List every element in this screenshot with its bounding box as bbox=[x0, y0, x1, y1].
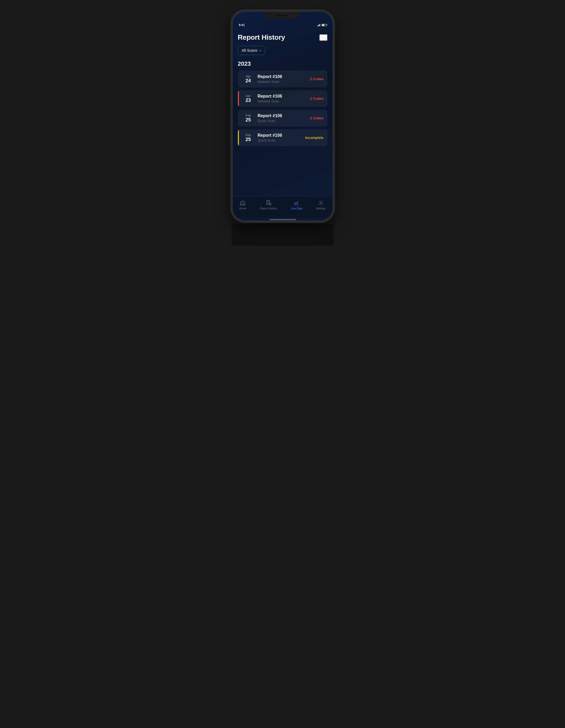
signal-bar-4 bbox=[320, 24, 320, 26]
card-inner-2: Apr 23 Report #106 Network Scan 2 Codes bbox=[239, 90, 327, 107]
menu-line-1 bbox=[321, 36, 326, 36]
report-status-2: 2 Codes bbox=[310, 97, 324, 101]
report-month-3: Feb bbox=[243, 114, 254, 117]
card-inner-1: Apr 24 Report #106 Network Scan 2 Codes bbox=[239, 71, 327, 87]
report-status-3: 2 Codes bbox=[310, 116, 324, 120]
signal-bar-1 bbox=[317, 25, 318, 26]
status-time: 9:41 bbox=[239, 23, 245, 27]
home-icon bbox=[240, 200, 246, 206]
report-type-4: Quick Scan bbox=[258, 138, 305, 142]
report-day-3: 25 bbox=[243, 117, 254, 123]
page-wrapper: 9:41 Report History bbox=[216, 11, 350, 246]
settings-icon bbox=[318, 200, 324, 206]
nav-item-report-history[interactable]: Report History bbox=[256, 199, 282, 211]
black-bar bbox=[232, 224, 334, 246]
report-info-3: Report #106 Quick Scan bbox=[258, 113, 310, 123]
report-type-2: Network Scan bbox=[258, 99, 310, 103]
bottom-nav: Home Report History bbox=[232, 196, 333, 217]
report-type-1: Network Scan bbox=[258, 80, 310, 84]
report-icon bbox=[266, 200, 272, 206]
report-month-4: Feb bbox=[243, 133, 254, 137]
nav-item-settings[interactable]: Settings bbox=[312, 199, 330, 211]
nav-item-home[interactable]: Home bbox=[235, 199, 251, 211]
filter-label: All Scans bbox=[242, 48, 257, 53]
nav-item-live-data[interactable]: Live Data bbox=[287, 199, 306, 211]
report-date-1: Apr 24 bbox=[243, 75, 254, 84]
report-name-3: Report #106 bbox=[258, 113, 310, 118]
report-card[interactable]: Apr 24 Report #106 Network Scan 2 Codes bbox=[238, 71, 327, 87]
battery-fill bbox=[322, 24, 325, 26]
signal-bar-2 bbox=[318, 25, 319, 26]
nav-label-report-history: Report History bbox=[260, 207, 277, 210]
phone-screen: 9:41 Report History bbox=[232, 12, 333, 221]
report-card[interactable]: Apr 23 Report #106 Network Scan 2 Codes bbox=[238, 90, 327, 107]
report-name-1: Report #106 bbox=[258, 74, 310, 79]
report-name-4: Report #106 bbox=[258, 133, 305, 138]
menu-line-2 bbox=[321, 37, 326, 38]
report-type-3: Quick Scan bbox=[258, 119, 310, 123]
status-icons bbox=[317, 24, 326, 26]
report-card[interactable]: Feb 25 Report #106 Quick Scan Incomplete bbox=[238, 129, 327, 146]
report-info-1: Report #106 Network Scan bbox=[258, 74, 310, 84]
nav-label-live-data: Live Data bbox=[291, 207, 302, 210]
app-content: Report History All Scans ▾ 2023 bbox=[232, 29, 333, 196]
notch-camera bbox=[289, 14, 291, 16]
report-info-4: Report #106 Quick Scan bbox=[258, 133, 305, 142]
chevron-down-icon: ▾ bbox=[260, 49, 261, 52]
report-card[interactable]: Feb 25 Report #106 Quick Scan 2 Codes bbox=[238, 110, 327, 127]
nav-label-home: Home bbox=[239, 207, 246, 210]
report-name-2: Report #106 bbox=[258, 94, 310, 99]
year-heading: 2023 bbox=[238, 60, 327, 67]
report-status-4: Incomplete bbox=[305, 136, 324, 140]
battery-icon bbox=[322, 24, 326, 26]
card-inner-4: Feb 25 Report #106 Quick Scan Incomplete bbox=[239, 129, 327, 146]
signal-bar-3 bbox=[319, 24, 319, 26]
app-header: Report History bbox=[238, 33, 327, 42]
card-inner-3: Feb 25 Report #106 Quick Scan 2 Codes bbox=[239, 110, 327, 127]
phone-frame: 9:41 Report History bbox=[232, 11, 334, 221]
report-info-2: Report #106 Network Scan bbox=[258, 94, 310, 103]
menu-button[interactable] bbox=[319, 34, 327, 41]
signal-bars bbox=[317, 24, 320, 26]
report-status-1: 2 Codes bbox=[310, 77, 324, 81]
phone-notch bbox=[265, 12, 300, 19]
menu-line-3 bbox=[321, 39, 324, 39]
filter-dropdown[interactable]: All Scans ▾ bbox=[238, 46, 265, 55]
report-date-3: Feb 25 bbox=[243, 114, 254, 123]
page-title: Report History bbox=[238, 33, 285, 42]
notch-speaker bbox=[274, 15, 287, 16]
svg-point-3 bbox=[320, 202, 322, 204]
report-month-1: Apr bbox=[243, 75, 254, 78]
report-date-2: Apr 23 bbox=[243, 94, 254, 103]
chart-icon bbox=[294, 200, 300, 206]
report-date-4: Feb 25 bbox=[243, 133, 254, 142]
status-bar: 9:41 bbox=[232, 21, 333, 29]
nav-label-settings: Settings bbox=[316, 207, 326, 210]
report-day-1: 24 bbox=[243, 78, 254, 84]
home-indicator bbox=[269, 219, 296, 220]
report-day-4: 25 bbox=[243, 137, 254, 142]
report-month-2: Apr bbox=[243, 94, 254, 98]
report-day-2: 23 bbox=[243, 98, 254, 103]
